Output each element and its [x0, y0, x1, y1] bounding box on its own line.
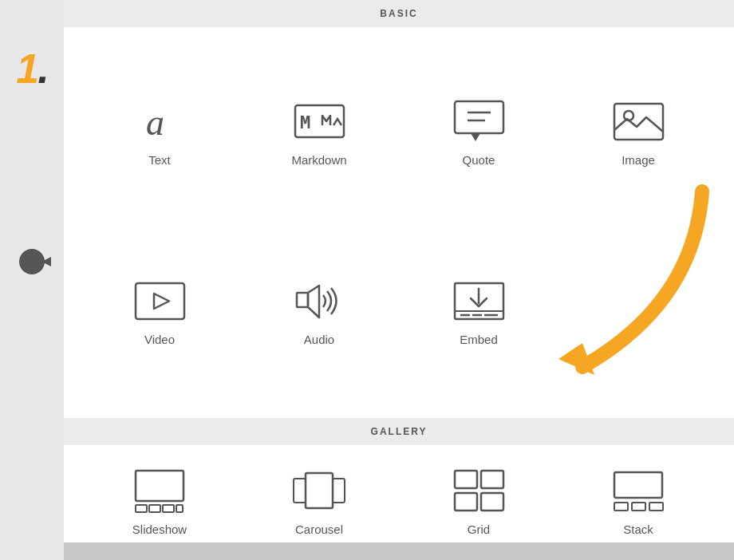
- item-audio[interactable]: Audio: [247, 231, 391, 394]
- svg-rect-17: [149, 505, 160, 512]
- svg-rect-25: [455, 493, 477, 511]
- slideshow-label: Slideshow: [132, 523, 187, 536]
- svg-rect-18: [163, 505, 174, 512]
- svg-rect-24: [481, 471, 503, 488]
- basic-section-header: BASIC: [64, 0, 734, 27]
- bottom-bar: [64, 542, 734, 560]
- svg-text:M: M: [300, 112, 310, 132]
- item-text[interactable]: a Text: [88, 51, 231, 215]
- gallery-section-header: GALLERY: [64, 418, 734, 445]
- text-label: Text: [148, 153, 171, 167]
- item-stack[interactable]: Stack: [566, 469, 710, 536]
- markdown-icon: M: [291, 100, 347, 144]
- svg-rect-8: [136, 283, 184, 319]
- text-icon: a: [132, 100, 187, 144]
- svg-rect-21: [294, 479, 306, 503]
- markdown-label: Markdown: [291, 153, 346, 167]
- svg-rect-9: [297, 293, 308, 307]
- gallery-section: GALLERY Slideshow: [64, 418, 734, 560]
- audio-icon: [291, 279, 347, 323]
- svg-rect-6: [614, 104, 663, 140]
- embed-icon: [451, 279, 507, 323]
- svg-rect-27: [614, 472, 662, 498]
- grid-label: Grid: [468, 523, 490, 536]
- step-number-badge: 1.: [16, 48, 47, 89]
- svg-rect-26: [481, 493, 503, 511]
- svg-rect-16: [136, 505, 147, 512]
- carousel-icon: [291, 469, 347, 513]
- item-video[interactable]: Video: [88, 231, 231, 394]
- item-markdown[interactable]: M Markdown: [247, 51, 391, 215]
- svg-text:a: a: [146, 102, 164, 143]
- slideshow-icon: [132, 469, 187, 513]
- svg-rect-30: [649, 503, 663, 511]
- video-label: Video: [144, 333, 175, 346]
- stack-label: Stack: [623, 523, 653, 536]
- embed-label: Embed: [460, 333, 498, 346]
- main-panel: BASIC a Text M Markdown: [64, 0, 734, 560]
- stack-icon: [610, 469, 666, 513]
- item-grid[interactable]: Grid: [407, 469, 550, 536]
- quote-icon: [451, 100, 507, 144]
- item-quote[interactable]: Quote: [407, 51, 550, 215]
- item-image[interactable]: Image: [566, 51, 710, 215]
- quote-label: Quote: [463, 153, 495, 167]
- image-icon: [610, 100, 666, 144]
- svg-rect-28: [614, 503, 628, 511]
- svg-rect-22: [333, 479, 345, 503]
- item-embed[interactable]: Embed: [407, 231, 550, 394]
- item-carousel[interactable]: Carousel: [247, 469, 391, 536]
- item-slideshow[interactable]: Slideshow: [88, 469, 231, 536]
- left-sidebar: 1.: [0, 0, 64, 560]
- svg-rect-15: [136, 471, 184, 501]
- basic-items-grid: a Text M Markdown: [64, 27, 734, 418]
- dot-navigation[interactable]: [19, 249, 45, 274]
- carousel-label: Carousel: [295, 523, 343, 536]
- svg-rect-19: [176, 505, 183, 512]
- svg-rect-23: [455, 471, 477, 488]
- item-empty: [566, 231, 710, 394]
- svg-rect-29: [632, 503, 645, 511]
- video-icon: [132, 279, 187, 323]
- image-label: Image: [622, 153, 655, 167]
- svg-rect-3: [455, 101, 503, 133]
- audio-label: Audio: [304, 333, 334, 346]
- svg-rect-20: [306, 473, 333, 508]
- grid-icon: [451, 469, 507, 513]
